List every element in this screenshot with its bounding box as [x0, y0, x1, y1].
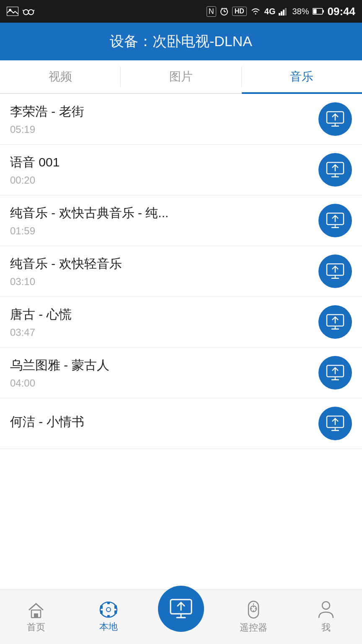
status-time: 09:44 [328, 5, 356, 18]
song-item-2[interactable]: 纯音乐 - 欢快古典音乐 - 纯...01:59 [0, 195, 362, 246]
network-label: 4G [264, 7, 276, 16]
local-icon [98, 601, 119, 618]
svg-rect-14 [283, 10, 284, 16]
svg-rect-18 [313, 9, 316, 14]
cast-center-icon [168, 598, 194, 619]
glasses-icon [23, 7, 34, 16]
song-info-4: 唐古 - 心慌03:47 [10, 306, 318, 338]
svg-point-3 [28, 10, 34, 15]
alarm-icon [220, 7, 229, 16]
song-item-1[interactable]: 语音 00100:20 [0, 145, 362, 195]
nav-remote[interactable]: 遥控器 [217, 600, 290, 634]
cast-button-6[interactable] [318, 407, 352, 440]
nfc-icon: N [207, 6, 216, 17]
nav-home[interactable]: 首页 [0, 601, 72, 634]
status-right: N HD 4G 38% [207, 5, 355, 18]
song-duration-2: 01:59 [10, 225, 318, 237]
nav-local[interactable]: 本地 [72, 601, 145, 633]
cast-icon-3 [325, 263, 345, 280]
nav-local-label: 本地 [99, 621, 118, 633]
svg-rect-47 [114, 610, 117, 614]
song-title-1: 语音 001 [10, 154, 318, 171]
song-title-2: 纯音乐 - 欢快古典音乐 - 纯... [10, 205, 318, 222]
song-info-1: 语音 00100:20 [10, 154, 318, 186]
cast-icon-2 [325, 212, 345, 229]
song-info-6: 何洁 - 小情书 [10, 413, 318, 434]
song-info-2: 纯音乐 - 欢快古典音乐 - 纯...01:59 [10, 205, 318, 237]
cast-icon-5 [325, 364, 345, 381]
svg-rect-17 [323, 10, 324, 13]
cast-button-2[interactable] [318, 204, 352, 237]
svg-rect-45 [100, 610, 103, 614]
nav-cast-center[interactable] [145, 594, 217, 640]
svg-rect-48 [107, 602, 110, 604]
svg-rect-15 [285, 8, 287, 16]
remote-icon [245, 600, 262, 619]
bottom-nav: 首页 本地 [0, 589, 362, 644]
song-duration-0: 05:19 [10, 124, 318, 135]
song-info-3: 纯音乐 - 欢快轻音乐03:10 [10, 255, 318, 288]
cast-icon-6 [325, 415, 345, 432]
song-duration-3: 03:10 [10, 276, 318, 288]
cast-icon-1 [325, 161, 345, 178]
nav-home-label: 首页 [27, 621, 45, 634]
song-item-6[interactable]: 何洁 - 小情书 [0, 398, 362, 449]
song-title-6: 何洁 - 小情书 [10, 413, 318, 431]
battery-icon [313, 8, 324, 15]
signal-icon [279, 7, 289, 16]
tab-photo[interactable]: 图片 [121, 60, 241, 93]
hd-badge: HD [232, 7, 247, 16]
battery-text: 38% [292, 7, 309, 16]
svg-point-42 [100, 602, 117, 617]
home-icon [27, 601, 45, 618]
tab-music[interactable]: 音乐 [242, 60, 362, 93]
song-list: 李荣浩 - 老街05:19 语音 00100:20 纯音乐 - 欢快古典音乐 -… [0, 94, 362, 504]
svg-rect-41 [34, 613, 38, 618]
song-item-4[interactable]: 唐古 - 心慌03:47 [0, 297, 362, 348]
svg-line-4 [23, 10, 23, 11]
song-info-5: 乌兰图雅 - 蒙古人04:00 [10, 357, 318, 389]
song-title-4: 唐古 - 心慌 [10, 306, 318, 323]
cast-icon-0 [325, 111, 345, 127]
nav-me-label: 我 [321, 621, 331, 634]
center-cast-button[interactable] [158, 586, 204, 632]
svg-rect-12 [279, 13, 280, 16]
song-item-0[interactable]: 李荣浩 - 老街05:19 [0, 94, 362, 145]
svg-line-6 [34, 10, 34, 11]
svg-point-60 [322, 602, 330, 609]
song-title-0: 李荣浩 - 老街 [10, 103, 318, 120]
status-bar: N HD 4G 38% [0, 0, 362, 23]
tab-video[interactable]: 视频 [0, 60, 120, 93]
nav-remote-label: 遥控器 [240, 621, 267, 634]
header: 设备：次卧电视-DLNA [0, 23, 362, 60]
cast-button-0[interactable] [318, 102, 352, 136]
person-icon [318, 600, 334, 619]
cast-button-1[interactable] [318, 153, 352, 187]
song-item-3[interactable]: 纯音乐 - 欢快轻音乐03:10 [0, 246, 362, 297]
cast-button-4[interactable] [318, 305, 352, 339]
cast-button-3[interactable] [318, 254, 352, 288]
header-title: 设备：次卧电视-DLNA [110, 32, 252, 51]
svg-point-43 [106, 608, 111, 612]
song-title-5: 乌兰图雅 - 蒙古人 [10, 357, 318, 374]
svg-rect-13 [281, 11, 282, 16]
wifi-icon [250, 7, 261, 16]
song-info-0: 李荣浩 - 老街05:19 [10, 103, 318, 135]
cast-icon-4 [325, 314, 345, 330]
song-title-3: 纯音乐 - 欢快轻音乐 [10, 255, 318, 273]
gallery-icon [7, 7, 18, 16]
song-duration-1: 00:20 [10, 174, 318, 186]
tabs: 视频 图片 音乐 [0, 60, 362, 94]
svg-rect-46 [114, 605, 117, 609]
song-duration-5: 04:00 [10, 377, 318, 389]
svg-point-2 [23, 10, 28, 15]
song-duration-4: 03:47 [10, 327, 318, 338]
nav-me[interactable]: 我 [290, 600, 362, 634]
song-item-5[interactable]: 乌兰图雅 - 蒙古人04:00 [0, 348, 362, 398]
status-left [7, 7, 34, 16]
svg-rect-44 [100, 605, 103, 609]
svg-rect-49 [107, 615, 110, 617]
cast-button-5[interactable] [318, 356, 352, 390]
